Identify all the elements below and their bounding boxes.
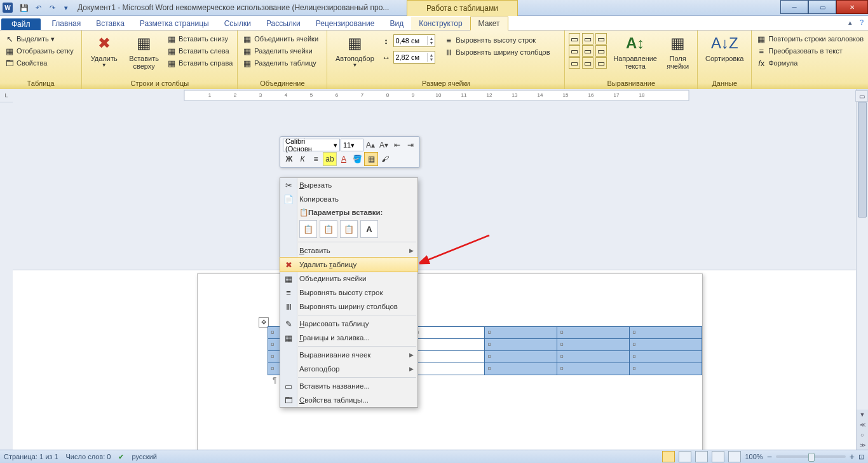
cm-borders[interactable]: ▦Границы и заливка... (280, 331, 417, 345)
font-size-select[interactable]: 11 ▾ (341, 139, 363, 151)
paste-text-icon[interactable]: A (360, 220, 378, 238)
increase-indent-icon[interactable]: ⇥ (404, 139, 417, 151)
vertical-scrollbar[interactable]: ▲ ▼ ≪ ○ ≫ (856, 89, 868, 450)
formula-button[interactable]: fxФормула (754, 57, 865, 69)
format-painter-icon[interactable]: 🖌 (379, 153, 391, 165)
ruler-corner[interactable]: L (0, 89, 13, 102)
next-page-icon[interactable]: ≫ (857, 440, 868, 450)
convert-text-button[interactable]: ≡Преобразовать в текст (754, 45, 865, 57)
status-words[interactable]: Число слов: 0 (66, 453, 111, 460)
view-full-screen[interactable] (679, 451, 691, 462)
font-color-icon[interactable]: A (337, 153, 350, 165)
insert-below-button[interactable]: ▦Вставить снизу (165, 33, 234, 45)
cm-dist-cols[interactable]: ⅢВыровнять ширину столбцов (280, 300, 417, 314)
autofit-button[interactable]: ▦Автоподбор▼ (330, 32, 379, 79)
zoom-label[interactable]: 100% (745, 453, 763, 460)
tab-layout[interactable]: Макет (470, 17, 508, 31)
insert-left-button[interactable]: ▦Вставить слева (165, 45, 234, 57)
prev-page-icon[interactable]: ≪ (857, 420, 868, 430)
text-direction-button[interactable]: A↕Направление текста (611, 32, 660, 79)
view-gridlines-button[interactable]: ▦Отобразить сетку (3, 45, 76, 57)
split-icon: ▦ (242, 46, 252, 56)
cm-autofit[interactable]: Автоподбор▶ (280, 362, 417, 376)
cm-table-props[interactable]: 🗔Свойства таблицы... (280, 393, 417, 407)
zoom-slider[interactable] (776, 455, 846, 458)
redo-icon[interactable]: ↷ (46, 1, 58, 14)
distribute-rows-button[interactable]: ≡Выровнять высоту строк (442, 34, 552, 46)
tab-view[interactable]: Вид (382, 17, 411, 30)
italic-icon[interactable]: К (296, 153, 309, 165)
borders-icon[interactable]: ▦ (364, 152, 378, 166)
row-height-input[interactable]: ▲▼ (393, 34, 435, 47)
qat-more-icon[interactable]: ▾ (60, 1, 72, 14)
bold-icon[interactable]: Ж (283, 153, 295, 165)
ruler-toggle-icon[interactable]: ▭ (855, 90, 868, 102)
tab-insert[interactable]: Вставка (88, 17, 132, 30)
tab-file[interactable]: Файл (1, 18, 41, 30)
document-canvas[interactable]: ✥ ¤¤¤¤¤¤ ¤¤¤¤¤ ¤¤¤¤ ¤¤¤¤ ¶ (13, 270, 868, 451)
browse-object-icon[interactable]: ○ (857, 430, 868, 440)
spellcheck-icon[interactable]: ✔ (118, 453, 124, 461)
insert-above-button[interactable]: ▦Вставить сверху (125, 32, 163, 79)
merge-cells-button[interactable]: ▦Объединить ячейки (240, 33, 320, 45)
tab-page-layout[interactable]: Разметка страницы (132, 17, 217, 30)
tab-references[interactable]: Ссылки (217, 17, 259, 30)
col-width-input[interactable]: ▲▼ (393, 51, 435, 64)
fill-color-icon[interactable]: 🪣 (351, 153, 363, 165)
grow-font-icon[interactable]: A▴ (364, 139, 377, 151)
sort-button[interactable]: A↓ZСортировка (700, 32, 749, 79)
paste-merge-icon[interactable]: 📋 (320, 220, 337, 238)
view-outline[interactable] (712, 451, 724, 462)
paragraph-mark: ¶ (273, 376, 276, 385)
tab-review[interactable]: Рецензирование (308, 17, 383, 30)
distribute-cols-button[interactable]: ⅢВыровнять ширину столбцов (442, 46, 552, 58)
minimize-button[interactable]: ─ (780, 0, 808, 14)
insert-right-button[interactable]: ▦Вставить справа (165, 57, 234, 69)
view-print-layout[interactable] (662, 451, 675, 462)
properties-button[interactable]: 🗔Свойства (3, 57, 76, 69)
split-table-button[interactable]: ▦Разделить таблицу (240, 57, 320, 69)
tab-mailings[interactable]: Рассылки (259, 17, 308, 30)
cm-merge-cells[interactable]: ▦Объединить ячейки (280, 272, 417, 286)
ribbon-minimize-icon[interactable]: ▴ (845, 18, 855, 27)
view-draft[interactable] (728, 451, 741, 462)
cm-cut[interactable]: ✂Вырезать (280, 178, 417, 192)
tab-design[interactable]: Конструктор (411, 17, 470, 30)
close-button[interactable]: ✕ (836, 0, 868, 14)
paste-overwrite-icon[interactable]: 📋 (340, 220, 358, 238)
zoom-in-icon[interactable]: + (850, 452, 855, 462)
split-cells-button[interactable]: ▦Разделить ячейки (240, 45, 320, 57)
cm-insert[interactable]: Вставить▶ (280, 244, 417, 258)
tab-home[interactable]: Главная (44, 17, 89, 30)
cm-caption[interactable]: ▭Вставить название... (280, 379, 417, 393)
paste-nest-icon[interactable]: 📋 (299, 220, 317, 238)
status-page[interactable]: Страница: 1 из 1 (4, 453, 58, 460)
cm-delete-table[interactable]: ✖Удалить таблицу (280, 257, 418, 272)
highlight-icon[interactable]: ab (323, 152, 337, 166)
zoom-out-icon[interactable]: − (767, 452, 772, 462)
select-button[interactable]: ↖Выделить ▾ (3, 33, 76, 45)
cm-copy[interactable]: 📄Копировать (280, 192, 417, 206)
scroll-thumb[interactable] (858, 102, 867, 218)
horizontal-ruler[interactable]: 123 456 789 101112 131415 161718 (13, 89, 868, 270)
cell-margins-button[interactable]: ▦Поля ячейки (661, 32, 695, 79)
decrease-indent-icon[interactable]: ⇤ (391, 139, 403, 151)
view-web-layout[interactable] (695, 451, 708, 462)
shrink-font-icon[interactable]: A▾ (377, 139, 390, 151)
help-icon[interactable]: ? (857, 18, 867, 27)
align-center-icon[interactable]: ≡ (309, 153, 322, 165)
alignment-grid[interactable]: ▭▭▭ ▭▭▭ ▭▭▭ (567, 32, 609, 70)
scroll-down-icon[interactable]: ▼ (857, 410, 868, 420)
status-language[interactable]: русский (132, 453, 156, 460)
cm-align[interactable]: Выравнивание ячеек▶ (280, 348, 417, 362)
cm-dist-rows[interactable]: ≡Выровнять высоту строк (280, 286, 417, 300)
cm-draw-table[interactable]: ✎Нарисовать таблицу (280, 317, 417, 331)
maximize-button[interactable]: ▭ (808, 0, 836, 14)
zoom-fit-icon[interactable]: ⊡ (858, 453, 864, 461)
repeat-header-button[interactable]: ▦Повторить строки заголовков (754, 33, 865, 45)
save-icon[interactable]: 💾 (18, 1, 31, 14)
font-select[interactable]: Calibri (Основн▾ (283, 139, 340, 151)
vertical-ruler[interactable] (0, 102, 13, 450)
undo-icon[interactable]: ↶ (32, 1, 44, 14)
delete-button[interactable]: ✖Удалить▼ (85, 32, 123, 79)
